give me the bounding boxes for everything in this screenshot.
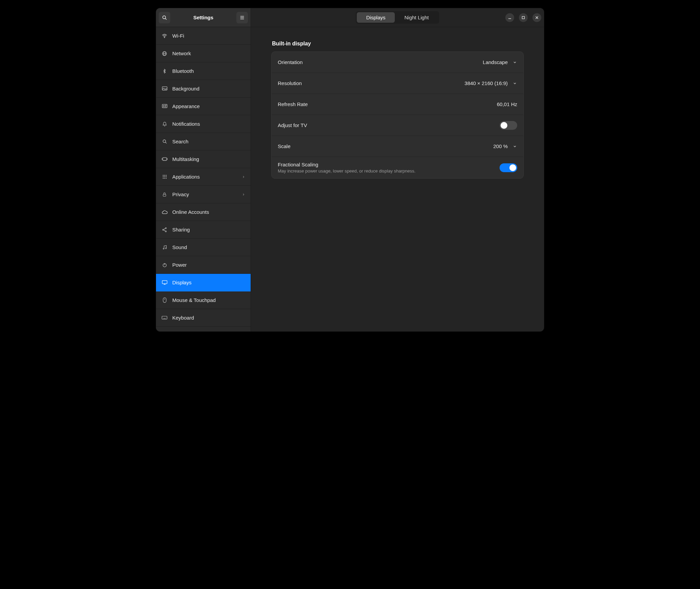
svg-point-32 bbox=[165, 227, 166, 228]
sidebar-item-search[interactable]: Search bbox=[156, 133, 251, 150]
sidebar-item-network[interactable]: Network bbox=[156, 45, 251, 62]
row-scale[interactable]: Scale 200 % bbox=[272, 136, 523, 157]
header-bar: Settings Displays Night Light bbox=[156, 8, 544, 27]
svg-point-36 bbox=[163, 248, 164, 249]
row-adjust-for-tv: Adjust for TV bbox=[272, 115, 523, 136]
sidebar-item-label: Online Accounts bbox=[172, 209, 209, 215]
sidebar-item-label: Power bbox=[172, 262, 187, 268]
share-icon bbox=[161, 227, 168, 233]
content-area: Built-in display Orientation Landscape R… bbox=[251, 27, 544, 331]
row-value: 60,01 Hz bbox=[497, 101, 517, 107]
svg-point-22 bbox=[164, 175, 165, 176]
header-left: Settings bbox=[156, 8, 251, 27]
row-resolution[interactable]: Resolution 3840 × 2160 (16:9) bbox=[272, 73, 523, 94]
maximize-button[interactable] bbox=[519, 13, 528, 22]
apps-icon bbox=[161, 174, 168, 180]
bluetooth-icon bbox=[161, 68, 168, 74]
chevron-right-icon bbox=[242, 192, 245, 197]
row-value-wrap: 3840 × 2160 (16:9) bbox=[465, 80, 517, 86]
wifi-icon bbox=[161, 33, 168, 39]
sidebar-item-sound[interactable]: Sound bbox=[156, 239, 251, 256]
minimize-button[interactable] bbox=[505, 13, 514, 22]
sidebar-item-label: Mouse & Touchpad bbox=[172, 297, 216, 303]
row-label: Adjust for TV bbox=[278, 122, 307, 128]
hamburger-icon bbox=[239, 15, 245, 20]
chevron-down-icon bbox=[512, 60, 517, 65]
svg-point-28 bbox=[164, 178, 165, 179]
chevron-down-icon bbox=[512, 144, 517, 149]
search-icon bbox=[162, 15, 167, 20]
svg-point-26 bbox=[166, 176, 167, 177]
svg-line-35 bbox=[163, 230, 165, 231]
row-value-wrap: 200 % bbox=[493, 143, 517, 149]
sidebar-item-label: Privacy bbox=[172, 191, 189, 197]
svg-point-29 bbox=[166, 178, 167, 179]
svg-point-21 bbox=[162, 175, 163, 176]
section-title: Built-in display bbox=[272, 41, 524, 47]
background-icon bbox=[161, 86, 168, 92]
svg-point-37 bbox=[165, 247, 166, 248]
minimize-icon bbox=[508, 16, 511, 19]
maximize-icon bbox=[522, 16, 525, 19]
tab-night-light[interactable]: Night Light bbox=[395, 12, 438, 23]
svg-rect-40 bbox=[162, 281, 167, 284]
sidebar-item-bluetooth[interactable]: Bluetooth bbox=[156, 62, 251, 80]
row-value-wrap bbox=[500, 121, 517, 130]
row-value-wrap: Landscape bbox=[483, 59, 517, 65]
close-button[interactable] bbox=[532, 13, 541, 22]
row-label: Refresh Rate bbox=[278, 101, 308, 107]
sidebar-item-label: Search bbox=[172, 139, 189, 144]
mouse-icon bbox=[161, 297, 168, 303]
svg-point-9 bbox=[164, 37, 165, 38]
cloud-icon bbox=[161, 209, 168, 215]
music-icon bbox=[161, 244, 168, 250]
sidebar-item-notifications[interactable]: Notifications bbox=[156, 115, 251, 133]
tab-displays[interactable]: Displays bbox=[357, 12, 395, 23]
row-fractional-scaling: Fractional Scaling May increase power us… bbox=[272, 157, 523, 178]
sidebar-item-applications[interactable]: Applications bbox=[156, 168, 251, 186]
sidebar-item-privacy[interactable]: Privacy bbox=[156, 186, 251, 203]
window-controls bbox=[505, 13, 541, 22]
sidebar-item-keyboard[interactable]: Keyboard bbox=[156, 309, 251, 327]
sidebar-item-background[interactable]: Background bbox=[156, 80, 251, 98]
keyboard-icon bbox=[161, 315, 168, 321]
appearance-icon bbox=[161, 103, 168, 109]
sidebar-item-label: Appearance bbox=[172, 103, 200, 109]
displays-icon bbox=[161, 280, 168, 286]
svg-rect-43 bbox=[163, 298, 166, 302]
sidebar-item-label: Keyboard bbox=[172, 315, 194, 321]
svg-rect-45 bbox=[162, 316, 167, 319]
close-icon bbox=[535, 16, 539, 19]
svg-rect-18 bbox=[162, 158, 166, 160]
row-value: 3840 × 2160 (16:9) bbox=[465, 80, 508, 86]
multitask-icon bbox=[161, 156, 168, 162]
search-button[interactable] bbox=[159, 12, 170, 23]
sidebar-item-displays[interactable]: Displays bbox=[156, 274, 251, 291]
sidebar-item-sharing[interactable]: Sharing bbox=[156, 221, 251, 239]
svg-line-34 bbox=[163, 228, 165, 229]
sidebar-item-appearance[interactable]: Appearance bbox=[156, 98, 251, 115]
search-icon bbox=[161, 139, 168, 145]
row-subtitle: May increase power usage, lower speed, o… bbox=[278, 168, 415, 174]
switch-fractional-scaling[interactable] bbox=[500, 163, 517, 172]
svg-line-1 bbox=[165, 18, 167, 20]
sidebar-item-mouse-touchpad[interactable]: Mouse & Touchpad bbox=[156, 291, 251, 309]
svg-point-27 bbox=[162, 178, 163, 179]
sidebar-item-wi-fi[interactable]: Wi-Fi bbox=[156, 27, 251, 45]
svg-rect-30 bbox=[163, 194, 166, 196]
sidebar-item-online-accounts[interactable]: Online Accounts bbox=[156, 203, 251, 221]
row-refresh-rate[interactable]: Refresh Rate 60,01 Hz bbox=[272, 94, 523, 115]
row-orientation[interactable]: Orientation Landscape bbox=[272, 52, 523, 73]
sidebar: Wi-FiNetworkBluetoothBackgroundAppearanc… bbox=[156, 27, 251, 331]
app-title: Settings bbox=[170, 15, 236, 20]
sidebar-item-label: Multitasking bbox=[172, 156, 199, 162]
sidebar-item-label: Notifications bbox=[172, 121, 200, 127]
sidebar-item-label: Background bbox=[172, 86, 199, 92]
sidebar-item-multitasking[interactable]: Multitasking bbox=[156, 150, 251, 168]
sidebar-item-power[interactable]: Power bbox=[156, 256, 251, 274]
menu-button[interactable] bbox=[236, 12, 248, 23]
svg-point-25 bbox=[164, 176, 165, 177]
row-value: Landscape bbox=[483, 59, 508, 65]
switch-adjust-tv[interactable] bbox=[500, 121, 517, 130]
svg-point-33 bbox=[165, 231, 166, 232]
